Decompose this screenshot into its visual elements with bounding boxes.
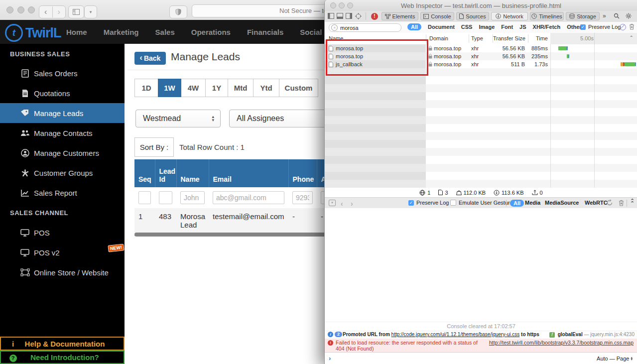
scope-xhr[interactable]: XHR/Fetch: [533, 24, 561, 30]
sidebar-item-manage-contacts[interactable]: Manage Contacts: [0, 123, 125, 143]
console-error-message[interactable]: ! Failed to load resource: the server re…: [325, 339, 637, 353]
console-back-icon[interactable]: ‹: [341, 200, 343, 208]
console-scope-webrtc[interactable]: WebRTC: [585, 200, 608, 206]
need-introduction-button[interactable]: ? Need Introduction?: [0, 351, 125, 364]
sidebar-item-manage-customers[interactable]: Manage Customers: [0, 143, 125, 163]
zoom-window-button[interactable]: [28, 6, 35, 13]
console-preserve-log-checkbox[interactable]: ✓ Preserve Log: [408, 200, 449, 206]
scope-js[interactable]: JS: [519, 24, 526, 30]
execution-context-selector[interactable]: Auto — Page ▴▾: [597, 356, 633, 362]
brand-logo[interactable]: t TwirlL: [5, 24, 61, 42]
tab-group-dropdown[interactable]: ▾: [84, 5, 97, 18]
error-source-link[interactable]: http://test.twirll.com/lib/bootstrap/v3.…: [489, 340, 634, 346]
table-row[interactable]: 1 483 Morosa Lead testemail@email.com - …: [134, 208, 354, 236]
range-1d-button[interactable]: 1D: [134, 79, 158, 97]
location-select[interactable]: Westmead ▴▾: [135, 110, 221, 127]
scope-all[interactable]: All: [407, 23, 421, 30]
source-location[interactable]: — jquery.min.js:4:4230: [584, 332, 635, 337]
tab-elements[interactable]: Elements: [382, 12, 418, 20]
scope-document[interactable]: Document: [428, 24, 455, 30]
dock-left-icon[interactable]: [328, 13, 334, 19]
emulate-user-gesture-checkbox[interactable]: Emulate User Gesture: [450, 200, 513, 206]
tab-sources[interactable]: Sources: [456, 12, 489, 20]
disable-cache-icon[interactable]: [620, 24, 626, 30]
nav-item-social[interactable]: Social: [300, 28, 322, 36]
minimize-window-button[interactable]: [17, 6, 24, 13]
console-forward-icon[interactable]: ›: [351, 200, 353, 208]
sidebar-item-sales-report[interactable]: Sales Report: [0, 183, 125, 203]
console-info-message[interactable]: i 2 Promoted URL from http://code.jquery…: [325, 330, 637, 339]
col-header-domain[interactable]: Domain: [429, 35, 448, 41]
dock-right-icon[interactable]: [346, 13, 352, 19]
gear-icon[interactable]: [626, 13, 632, 19]
col-header-phone[interactable]: Phone: [288, 159, 317, 187]
range-1w-button[interactable]: 1W: [158, 79, 181, 97]
forward-icon[interactable]: ›: [53, 7, 66, 16]
privacy-shield-button[interactable]: [169, 5, 187, 18]
help-documentation-button[interactable]: i Help & Documentation: [0, 337, 125, 351]
dock-bottom-icon[interactable]: [337, 13, 343, 19]
col-header-seq[interactable]: Seq: [134, 159, 155, 187]
nav-item-financials[interactable]: Financials: [247, 28, 283, 36]
horizontal-scrollbar[interactable]: [134, 233, 344, 237]
col-header-time[interactable]: Time: [528, 35, 548, 41]
sidebar-item-manage-leads[interactable]: Manage Leads: [0, 103, 125, 123]
range-mtd-button[interactable]: Mtd: [228, 79, 254, 97]
scope-font[interactable]: Font: [501, 24, 513, 30]
network-search-field[interactable]: ≡: [329, 23, 401, 32]
filter-email-input[interactable]: [213, 191, 284, 204]
element-picker-icon[interactable]: [355, 13, 362, 19]
clear-console-icon[interactable]: [619, 200, 624, 206]
clear-network-icon[interactable]: [629, 23, 635, 30]
sidebar-item-customer-groups[interactable]: Customer Groups: [0, 163, 125, 183]
filter-name-input[interactable]: [180, 191, 205, 204]
col-header-name[interactable]: Name: [176, 159, 209, 187]
filter-seq-input[interactable]: [138, 191, 151, 204]
scope-other[interactable]: Other: [567, 24, 581, 30]
collapse-console-icon[interactable]: ⌃⌃: [630, 200, 635, 205]
sidebar-item-sales-orders[interactable]: Sales Orders: [0, 63, 125, 83]
sidebar-toggle-button[interactable]: [68, 5, 84, 18]
filter-lead-id-input[interactable]: [159, 191, 172, 204]
collapse-timeline-icon[interactable]: ⌃: [630, 35, 634, 40]
sidebar-item-online-store[interactable]: Online Store / Website: [0, 262, 125, 282]
console-scope-all[interactable]: All: [510, 200, 524, 207]
console-scope-mediasource[interactable]: MediaSource: [545, 200, 579, 206]
sort-by-button[interactable]: Sort By :: [134, 137, 174, 157]
console-filter-box-icon[interactable]: ▾: [329, 200, 336, 206]
search-icon[interactable]: [614, 13, 620, 19]
col-header-transfer-size[interactable]: Transfer Size: [493, 35, 525, 41]
console-prompt[interactable]: › Auto — Page ▴▾: [325, 353, 637, 364]
range-custom-button[interactable]: Custom: [279, 79, 318, 97]
network-search-input[interactable]: [339, 24, 396, 31]
preserve-log-checkbox[interactable]: ✓ Preserve Log: [580, 24, 621, 30]
nav-item-marketing[interactable]: Marketing: [104, 28, 139, 36]
nav-item-sales[interactable]: Sales: [155, 28, 175, 36]
tab-network[interactable]: Network: [491, 12, 528, 20]
scope-css[interactable]: CSS: [461, 24, 473, 30]
sidebar-item-pos-v2[interactable]: POS v2: [0, 243, 125, 262]
filter-phone-input[interactable]: [292, 191, 313, 204]
refresh-icon[interactable]: [607, 200, 613, 206]
close-window-button[interactable]: [6, 6, 13, 13]
sidebar-item-quotations[interactable]: Quotations: [0, 83, 125, 103]
nav-item-operations[interactable]: Operations: [191, 28, 231, 36]
range-4w-button[interactable]: 4W: [181, 79, 206, 97]
tab-timelines[interactable]: Timelines: [530, 12, 564, 20]
nav-item-home[interactable]: Home: [66, 28, 87, 36]
col-header-email[interactable]: Email: [209, 159, 288, 187]
col-header-lead-id[interactable]: Lead Id: [155, 159, 176, 187]
issues-badge[interactable]: !: [371, 13, 378, 20]
col-header-type[interactable]: Type: [471, 35, 483, 41]
range-ytd-button[interactable]: Ytd: [253, 79, 279, 97]
more-tabs-button[interactable]: »: [603, 12, 606, 19]
back-icon[interactable]: ‹: [39, 7, 52, 16]
range-1y-button[interactable]: 1Y: [205, 79, 228, 97]
scope-image[interactable]: Image: [479, 24, 495, 30]
sidebar-item-pos[interactable]: POS: [0, 223, 125, 243]
info-link[interactable]: http://code.jquery.com/ui/1.12.1/themes/…: [391, 332, 520, 337]
tab-storage[interactable]: Storage: [566, 12, 600, 20]
tab-console[interactable]: Console: [420, 12, 454, 20]
console-scope-media[interactable]: Media: [525, 200, 540, 206]
back-button[interactable]: ‹ Back: [134, 52, 166, 65]
